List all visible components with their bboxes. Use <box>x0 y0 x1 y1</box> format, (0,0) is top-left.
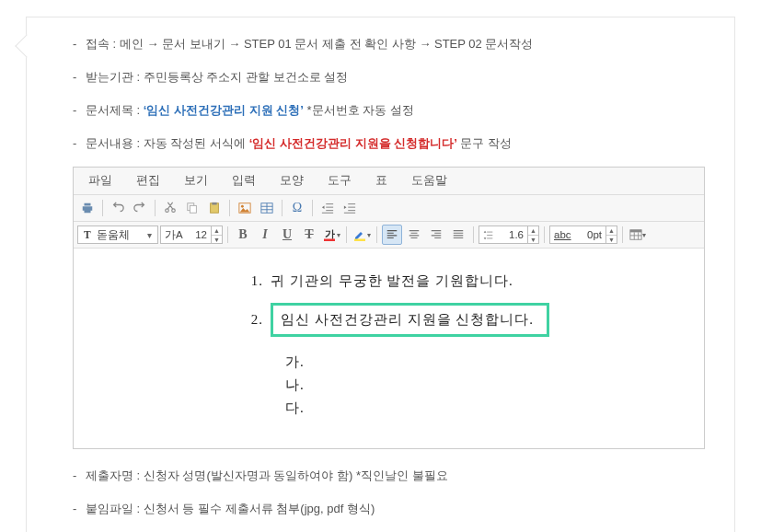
menu-insert[interactable]: 입력 <box>232 173 256 189</box>
separator <box>227 226 228 243</box>
char-spacing-value: 0pt <box>575 229 602 240</box>
char-spacing-prefix: abc <box>554 229 571 240</box>
separator <box>312 200 313 216</box>
bullet-title: 문서제목 : ‘임신 사전건강관리 지원 신청’ *문서번호 자동 설정 <box>73 100 705 121</box>
label: 문서내용 : <box>86 136 140 150</box>
separator <box>282 200 282 216</box>
redo-icon[interactable] <box>130 198 150 218</box>
copy-icon[interactable] <box>182 198 202 218</box>
bullet-attachment: 붙임파일 : 신청서 등 필수 제출서류 첨부(jpg, pdf 형식) <box>73 499 705 519</box>
doc-sub-1: 가. <box>285 353 667 371</box>
value: 신청자 성명(발신자명과 동일하여야 함) *직인날인 불필요 <box>144 468 448 482</box>
document-canvas[interactable]: 1. 귀 기관의 무궁한 발전을 기원합니다. 2. 임신 사전건강관리 지원을… <box>74 249 704 448</box>
font-family-value: 돋움체 <box>97 228 141 242</box>
align-justify-button[interactable] <box>448 225 468 245</box>
svg-rect-3 <box>212 202 216 205</box>
separator <box>376 226 377 243</box>
doc-line-1: 1. 귀 기관의 무궁한 발전을 기원합니다. <box>110 272 667 290</box>
svg-rect-8 <box>324 239 335 242</box>
separator <box>102 200 103 216</box>
font-size-combo[interactable]: 가A 12 <box>160 226 212 244</box>
label: 접속 : <box>86 37 116 51</box>
list-text: 귀 기관의 무궁한 발전을 기원합니다. <box>271 272 513 290</box>
separator <box>622 226 623 243</box>
list-number: 1. <box>236 273 263 289</box>
separator <box>544 226 545 243</box>
table-button[interactable]: ▾ <box>628 225 648 245</box>
doc-sub-2: 나. <box>285 376 667 394</box>
toolbar-row-2: T 돋움체 ▾ 가A 12 ▲▼ B I U T 가 ▾ <box>74 222 704 249</box>
value: 주민등록상 주소지 관할 보건소로 설정 <box>144 70 348 84</box>
label: 붙임파일 : <box>86 502 140 515</box>
separator <box>229 200 230 216</box>
highlight-blue: ‘임신 사전건강관리 지원 신청’ <box>144 103 304 117</box>
menubar: 파일 편집 보기 입력 모양 도구 표 도움말 <box>74 168 704 195</box>
menu-format[interactable]: 모양 <box>280 173 304 189</box>
prefix: 자동 작성된 서식에 <box>144 136 249 150</box>
char-spacing-combo[interactable]: abc 0pt <box>549 226 606 244</box>
rich-text-editor: 파일 편집 보기 입력 모양 도구 표 도움말 <box>73 167 705 449</box>
menu-table[interactable]: 표 <box>375 173 387 189</box>
line-height-combo[interactable]: 1.6 <box>479 226 528 244</box>
doc-line-2: 2. 임신 사전건강관리 지원을 신청합니다. <box>110 303 667 337</box>
chevron-down-icon: ▾ <box>144 230 154 240</box>
menu-help[interactable]: 도움말 <box>411 173 447 189</box>
table-insert-icon[interactable] <box>257 198 277 218</box>
outdent-icon[interactable] <box>317 198 338 218</box>
svg-point-5 <box>241 205 244 208</box>
svg-text:가: 가 <box>325 228 335 239</box>
panel-pointer <box>15 34 38 57</box>
char-spacing-spinner[interactable]: ▲▼ <box>606 226 617 244</box>
align-left-button[interactable] <box>382 225 402 245</box>
symbol-icon[interactable]: Ω <box>287 198 307 218</box>
paste-icon[interactable] <box>204 198 225 218</box>
font-size-value: 12 <box>187 229 207 240</box>
print-icon[interactable] <box>77 198 98 218</box>
menu-view[interactable]: 보기 <box>184 173 208 189</box>
svg-rect-9 <box>354 239 365 242</box>
align-center-button[interactable] <box>404 225 424 245</box>
undo-icon[interactable] <box>108 198 128 218</box>
bullet-content: 문서내용 : 자동 작성된 서식에 ‘임신 사전건강관리 지원을 신청합니다’ … <box>73 133 705 154</box>
separator <box>155 200 156 216</box>
svg-rect-11 <box>630 230 641 233</box>
toolbar-row-1: Ω <box>74 195 704 222</box>
italic-button[interactable]: I <box>255 225 275 245</box>
strike-button[interactable]: T <box>299 225 319 245</box>
menu-edit[interactable]: 편집 <box>136 173 160 189</box>
label: 받는기관 : <box>86 70 140 84</box>
note: *문서번호 자동 설정 <box>304 103 414 117</box>
separator <box>346 226 347 243</box>
separator <box>473 226 474 243</box>
cut-icon[interactable] <box>160 198 180 218</box>
font-family-combo[interactable]: T 돋움체 ▾ <box>77 226 158 244</box>
line-height-value: 1.6 <box>497 229 524 240</box>
suffix: 문구 작성 <box>457 136 512 150</box>
value: 메인 → 문서 보내기 → STEP 01 문서 제출 전 확인 사항 → ST… <box>120 37 534 51</box>
highlight-box: 임신 사전건강관리 지원을 신청합니다. <box>271 303 549 337</box>
bullet-receiver: 받는기관 : 주민등록상 주소지 관할 보건소로 설정 <box>73 67 705 87</box>
doc-sub-3: 다. <box>285 399 667 417</box>
menu-tools[interactable]: 도구 <box>328 173 352 189</box>
label: 제출자명 : <box>86 468 140 482</box>
line-height-spinner[interactable]: ▲▼ <box>528 226 539 244</box>
font-color-button[interactable]: 가 ▾ <box>321 225 341 245</box>
highlight-red: ‘임신 사전건강관리 지원을 신청합니다’ <box>249 136 457 150</box>
image-icon[interactable] <box>235 198 255 218</box>
list-text: 임신 사전건강관리 지원을 신청합니다. <box>281 312 534 327</box>
bullet-submitter: 제출자명 : 신청자 성명(발신자명과 동일하여야 함) *직인날인 불필요 <box>73 466 705 486</box>
list-number: 2. <box>236 312 263 328</box>
highlight-button[interactable]: ▾ <box>352 225 372 245</box>
font-size-prefix: 가A <box>165 228 183 242</box>
bold-button[interactable]: B <box>233 225 253 245</box>
svg-rect-1 <box>190 206 196 214</box>
label: 문서제목 : <box>86 103 140 117</box>
font-size-spinner[interactable]: ▲▼ <box>212 226 223 244</box>
instruction-panel: 접속 : 메인 → 문서 보내기 → STEP 01 문서 제출 전 확인 사항… <box>26 17 735 532</box>
menu-file[interactable]: 파일 <box>88 173 112 189</box>
value: 신청서 등 필수 제출서류 첨부(jpg, pdf 형식) <box>144 502 375 515</box>
indent-icon[interactable] <box>340 198 360 218</box>
underline-button[interactable]: U <box>277 225 297 245</box>
bullet-access: 접속 : 메인 → 문서 보내기 → STEP 01 문서 제출 전 확인 사항… <box>73 34 705 54</box>
align-right-button[interactable] <box>426 225 446 245</box>
